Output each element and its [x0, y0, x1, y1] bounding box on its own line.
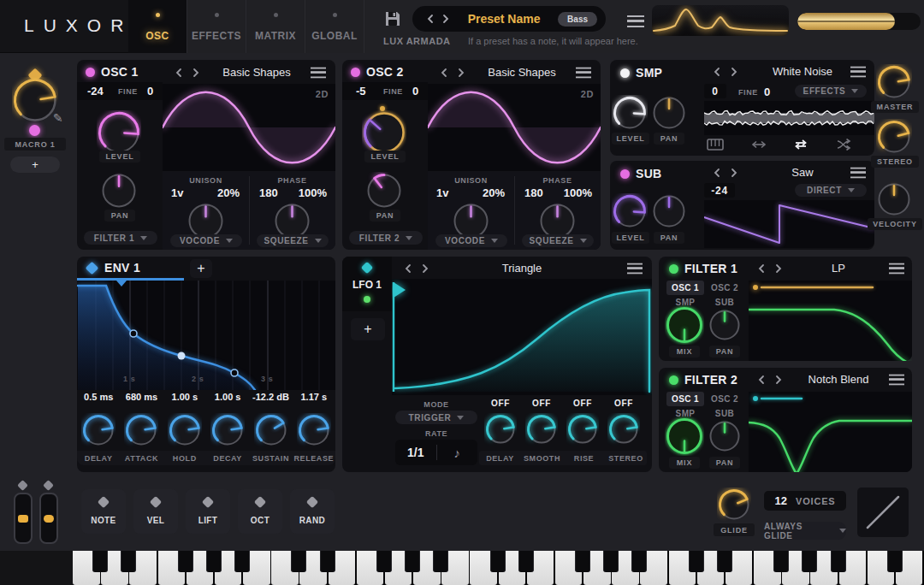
- env-decay-value[interactable]: 1.00 s: [206, 392, 249, 405]
- preset-next-icon[interactable]: [441, 14, 450, 24]
- tab-matrix[interactable]: MATRIX: [246, 0, 305, 53]
- env-display[interactable]: 1 s 2 s 3 s: [77, 281, 335, 390]
- smp-sample-name[interactable]: White Noise: [747, 65, 858, 78]
- pitch-wheel-slider[interactable]: [39, 493, 58, 544]
- preset-name[interactable]: Preset Name: [450, 12, 558, 26]
- filter1-menu-icon[interactable]: [889, 263, 904, 275]
- black-key[interactable]: [178, 551, 193, 572]
- black-key[interactable]: [291, 551, 306, 572]
- macro-1-knob[interactable]: [12, 77, 58, 123]
- osc1-unison-voices[interactable]: 1v: [171, 186, 183, 199]
- sub-wave-name[interactable]: Saw: [747, 166, 858, 179]
- osc1-wave-display[interactable]: 2D: [163, 84, 335, 171]
- lfo-stereo-mod-value[interactable]: OFF: [607, 399, 641, 408]
- glide-mode-dropdown[interactable]: ALWAYS GLIDE: [764, 522, 846, 540]
- sub-prev-wave-icon[interactable]: [713, 168, 721, 178]
- lfo-mode-dropdown[interactable]: TRIGGER: [395, 411, 477, 424]
- glide-knob[interactable]: [717, 488, 751, 522]
- sub-route-dropdown[interactable]: DIRECT: [795, 184, 867, 197]
- filter1-mix-knob[interactable]: [665, 305, 704, 345]
- black-key[interactable]: [518, 551, 534, 572]
- master-knob[interactable]: [876, 64, 912, 100]
- smp-pan-knob[interactable]: [651, 95, 687, 131]
- tab-global[interactable]: GLOBAL: [305, 0, 364, 53]
- preset-tag-badge[interactable]: Bass: [558, 12, 597, 27]
- black-key[interactable]: [603, 551, 619, 572]
- black-key[interactable]: [490, 551, 506, 572]
- env-decay-knob[interactable]: [210, 413, 245, 447]
- lfo-delay-mod-value[interactable]: OFF: [483, 399, 518, 408]
- osc1-unison-mode-dropdown[interactable]: VOCODE: [170, 234, 242, 247]
- lfo-prev-wave-icon[interactable]: [404, 263, 412, 274]
- osc2-pan-knob[interactable]: [365, 172, 403, 210]
- osc1-phase-amount[interactable]: 100%: [299, 186, 327, 199]
- note-sync-icon[interactable]: ♪: [437, 446, 478, 460]
- add-lfo-button[interactable]: +: [351, 318, 385, 340]
- sub-next-wave-icon[interactable]: [730, 168, 738, 178]
- lfo-delay-knob[interactable]: [484, 413, 517, 446]
- env-delay-knob[interactable]: [81, 413, 116, 447]
- env-sustain-value[interactable]: -12.2 dB: [249, 392, 292, 405]
- osc1-level-knob[interactable]: [97, 110, 141, 155]
- filter2-menu-icon[interactable]: [889, 375, 904, 386]
- osc2-coarse-value[interactable]: -5: [356, 85, 366, 98]
- osc1-coarse-value[interactable]: -24: [87, 85, 104, 98]
- voices-box[interactable]: 12 VOICES: [764, 491, 846, 511]
- filter1-pan-knob[interactable]: [708, 308, 742, 342]
- black-key[interactable]: [320, 551, 335, 572]
- env-hold-knob[interactable]: [168, 413, 202, 447]
- lfo-display[interactable]: [392, 279, 652, 395]
- black-key[interactable]: [802, 551, 817, 572]
- stereo-knob[interactable]: [876, 119, 912, 155]
- osc2-view-mode[interactable]: 2D: [581, 89, 594, 99]
- lfo-smooth-mod-value[interactable]: OFF: [524, 399, 559, 408]
- slider1-diamond-icon[interactable]: [17, 480, 28, 491]
- sub-level-knob[interactable]: [612, 193, 648, 229]
- smp-prev-sample-icon[interactable]: [713, 67, 721, 77]
- black-key[interactable]: [717, 551, 732, 572]
- osc2-filter-route-dropdown[interactable]: FILTER 2: [349, 231, 423, 245]
- osc1-enable-dot[interactable]: [86, 68, 95, 77]
- filter2-type-name[interactable]: Notch Blend: [791, 373, 886, 386]
- tab-osc[interactable]: OSC: [128, 0, 187, 53]
- smp-fine-value[interactable]: 0: [764, 86, 770, 98]
- lfo-menu-icon[interactable]: [627, 263, 643, 275]
- osc1-menu-icon[interactable]: [311, 68, 326, 79]
- env-attack-value[interactable]: 680 ms: [120, 392, 163, 405]
- vel-mod-button[interactable]: VEL: [133, 489, 178, 534]
- sub-wave-display[interactable]: [704, 200, 874, 248]
- filter2-prev-type-icon[interactable]: [757, 375, 766, 385]
- macro-mod-dot[interactable]: [29, 125, 40, 136]
- osc2-wave-display[interactable]: 2D: [428, 84, 601, 171]
- osc1-fine-value[interactable]: 0: [147, 85, 153, 98]
- osc1-wave-name[interactable]: Basic Shapes: [214, 66, 299, 79]
- save-icon[interactable]: [383, 9, 402, 28]
- osc1-prev-wave-icon[interactable]: [175, 68, 183, 78]
- smp-next-sample-icon[interactable]: [730, 67, 738, 77]
- filter2-enable-dot[interactable]: [669, 375, 678, 385]
- lfo-smooth-knob[interactable]: [525, 413, 558, 446]
- lift-mod-button[interactable]: LIFT: [186, 489, 230, 534]
- mod-wheel-handle[interactable]: [18, 515, 28, 523]
- lfo-next-wave-icon[interactable]: [421, 263, 429, 274]
- black-key[interactable]: [689, 551, 704, 572]
- osc1-next-wave-icon[interactable]: [192, 68, 200, 78]
- filter2-pan-knob[interactable]: [708, 419, 742, 453]
- lfo-rise-knob[interactable]: [566, 413, 599, 446]
- sub-coarse-value[interactable]: -24: [704, 183, 735, 198]
- voices-value[interactable]: 12: [775, 494, 787, 507]
- filter1-next-type-icon[interactable]: [774, 263, 783, 274]
- black-key[interactable]: [433, 551, 448, 572]
- black-key[interactable]: [376, 551, 392, 572]
- lfo-rise-mod-value[interactable]: OFF: [566, 399, 600, 408]
- smp-shuffle-icon[interactable]: [835, 139, 852, 151]
- master-volume-slider[interactable]: [797, 13, 921, 30]
- osc2-enable-dot[interactable]: [351, 68, 360, 77]
- smp-loop-icon[interactable]: [792, 139, 809, 151]
- osc2-prev-wave-icon[interactable]: [440, 68, 448, 78]
- filter1-route-osc2[interactable]: OSC 2: [706, 281, 743, 295]
- env-hold-value[interactable]: 1.00 s: [163, 392, 206, 405]
- pitch-wheel-handle[interactable]: [44, 515, 54, 523]
- add-macro-button[interactable]: +: [10, 157, 60, 173]
- black-key[interactable]: [121, 551, 136, 572]
